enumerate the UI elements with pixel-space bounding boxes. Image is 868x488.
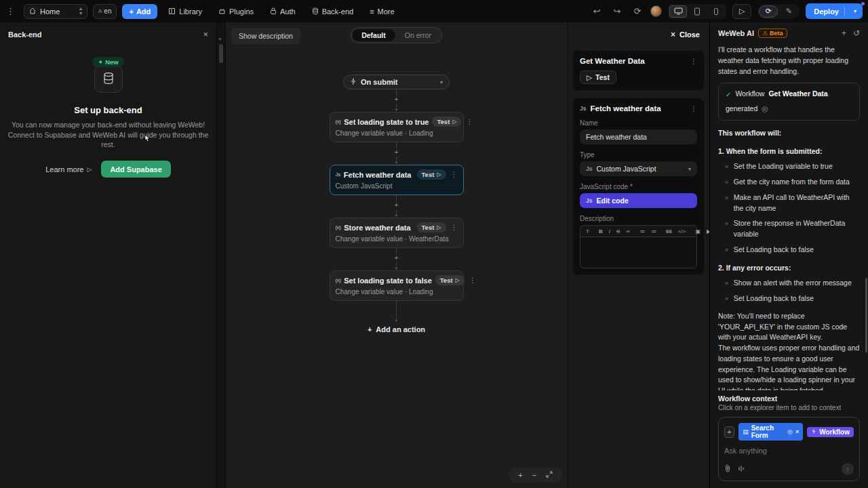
undo-button[interactable]: ↩ (590, 4, 604, 18)
node-store-weather-data[interactable]: (x) Store weather data Test▷ ⋮ Change va… (330, 218, 464, 248)
insert-action-button[interactable]: + (395, 96, 399, 104)
remove-chip-icon[interactable]: × (795, 428, 799, 435)
add-context-button[interactable]: + (724, 426, 734, 438)
auth-button[interactable]: Auth (264, 4, 301, 19)
plugins-button[interactable]: Plugins (213, 4, 259, 19)
context-subtitle: Click on a explorer item to add to conte… (718, 404, 860, 411)
history-button[interactable]: ↺ (853, 28, 860, 38)
js-icon: Js (336, 171, 340, 178)
workflow-canvas[interactable]: Show description Default On error On sub… (226, 22, 567, 488)
image-icon[interactable]: ▣ (692, 228, 703, 235)
ai-panel-scrollbar[interactable] (865, 278, 867, 352)
bullet-list-icon[interactable]: ≔ (637, 228, 648, 235)
bold-icon[interactable]: B (596, 228, 606, 235)
voice-input-button[interactable] (738, 463, 745, 475)
page-selector-label: Home (40, 7, 60, 16)
link-icon[interactable]: ∞ (623, 228, 633, 235)
workflow-menu-button[interactable]: ⋮ (690, 58, 697, 65)
new-chat-button[interactable]: + (842, 28, 846, 38)
add-element-button[interactable]: + Add (122, 4, 157, 19)
list-item: ○Store the response in WeatherData varia… (725, 218, 860, 240)
deploy-button[interactable]: Deploy ▾ (806, 3, 863, 19)
tab-on-error[interactable]: On error (395, 29, 441, 41)
redo-button[interactable]: ↪ (610, 4, 624, 18)
node-subtitle: Custom JavaScript (336, 182, 458, 190)
add-action-button[interactable]: + Add an action (368, 325, 425, 333)
context-chip-workflow[interactable]: Workflow (807, 427, 854, 437)
tablet-device-button[interactable] (688, 5, 706, 18)
action-menu-button[interactable]: ⋮ (690, 105, 697, 113)
edit-mode-button[interactable]: ✎ (779, 5, 798, 18)
mobile-device-button[interactable] (707, 5, 725, 18)
description-textarea[interactable] (580, 237, 697, 268)
weweb-editor: ⋮ Home ▴▾ A en + Add Library Plugins Aut… (0, 0, 868, 488)
list-item: ○Set Loading back to false (725, 245, 860, 256)
send-button[interactable]: ↑ (842, 463, 854, 475)
workflow-icon (811, 428, 816, 436)
test-button[interactable]: Test▷ (432, 117, 461, 127)
insert-action-button[interactable]: + (395, 148, 399, 157)
context-chip-search-form[interactable]: ▤ Search Form ◎ × (738, 423, 803, 441)
collapse-icon[interactable]: « (218, 36, 221, 42)
more-button[interactable]: ≡ More (364, 4, 399, 19)
node-set-loading-false[interactable]: (x) Set loading state to false Test▷ ⋮ C… (330, 270, 464, 301)
strip-scrollbar[interactable] (219, 44, 223, 63)
insert-action-button[interactable]: + (395, 254, 399, 262)
ask-input-container[interactable]: + ▤ Search Form ◎ × Workflow Ask anythin… (718, 417, 860, 481)
page-selector[interactable]: Home ▴▾ (24, 4, 87, 19)
node-set-loading-true[interactable]: (x) Set loading state to true Test▷ ⋮ Ch… (330, 112, 464, 142)
ask-anything-input[interactable]: Ask anything (724, 447, 854, 455)
edit-code-button[interactable]: Js Edit code (580, 193, 697, 208)
code-icon[interactable]: </> (675, 228, 689, 235)
view-icon[interactable]: ◎ (787, 428, 793, 435)
sync-button[interactable]: ⟳ (630, 4, 644, 18)
node-fetch-weather-data[interactable]: Js Fetch weather data Test▷ ⋮ Custom Jav… (330, 165, 464, 195)
language-selector[interactable]: A en (93, 4, 117, 19)
library-button[interactable]: Library (163, 4, 208, 19)
test-button[interactable]: Test▷ (417, 169, 446, 180)
quote-icon[interactable]: 66 (663, 228, 675, 235)
sparkle-icon: ✦ (98, 58, 103, 66)
step1-heading: 1. When the form is submitted: (718, 146, 860, 157)
backend-button[interactable]: Back-end (307, 4, 359, 19)
view-icon[interactable]: ◎ (762, 104, 768, 115)
italic-icon[interactable]: I (606, 228, 613, 235)
node-menu-button[interactable]: ⋮ (450, 224, 458, 231)
node-menu-button[interactable]: ⋮ (465, 118, 473, 125)
panel-close-button[interactable]: × (203, 29, 208, 39)
connector: + ▼ (395, 89, 399, 112)
learn-more-link[interactable]: Learn more ▷ (45, 165, 92, 174)
test-button[interactable]: Test▷ (417, 222, 446, 232)
test-button[interactable]: Test▷ (435, 275, 465, 285)
insert-action-button[interactable]: + (395, 201, 399, 209)
fit-view-button[interactable] (544, 471, 555, 479)
node-menu-button[interactable]: ⋮ (468, 277, 476, 284)
close-workflow-button[interactable]: × Close (671, 30, 700, 39)
trigger-node-on-submit[interactable]: On submit ▾ (343, 75, 450, 89)
beta-badge: ⚠ Beta (758, 28, 787, 38)
list-item: ○Get the city name from the form data (725, 177, 860, 188)
zoom-out-button[interactable]: − (530, 471, 538, 479)
type-select[interactable]: Js Custom JavaScript ▾ (580, 161, 697, 176)
add-supabase-button[interactable]: Add Supabase (101, 161, 170, 178)
name-input[interactable]: Fetch weather data (580, 129, 697, 144)
show-description-button[interactable]: Show description (231, 28, 300, 44)
ai-chat-messages[interactable]: I'll create a workflow that handles the … (710, 43, 868, 390)
workflow-test-button[interactable]: ▷ Test (580, 70, 616, 84)
workflow-generated-card[interactable]: ✓ Workflow Get Weather Data generated ◎ (718, 83, 860, 121)
bullet-icon: ○ (725, 278, 728, 289)
ordered-list-icon[interactable]: ≔ (648, 228, 659, 235)
node-menu-button[interactable]: ⋮ (450, 171, 458, 178)
preview-mode-button[interactable]: ⟳ (759, 5, 778, 18)
attach-file-button[interactable] (724, 463, 731, 475)
tab-default[interactable]: Default (352, 29, 395, 41)
main-menu-button[interactable]: ⋮ (3, 4, 18, 18)
generated-workflow-name: Get Weather Data (768, 89, 827, 100)
zoom-in-button[interactable]: + (516, 471, 524, 479)
text-style-icon[interactable]: T (583, 228, 592, 235)
preview-play-button[interactable]: ▷ (732, 4, 751, 19)
user-avatar[interactable] (650, 5, 662, 17)
desktop-device-button[interactable] (669, 5, 687, 18)
variable-icon: (x) (336, 119, 341, 125)
strikethrough-icon[interactable]: S (614, 228, 623, 235)
